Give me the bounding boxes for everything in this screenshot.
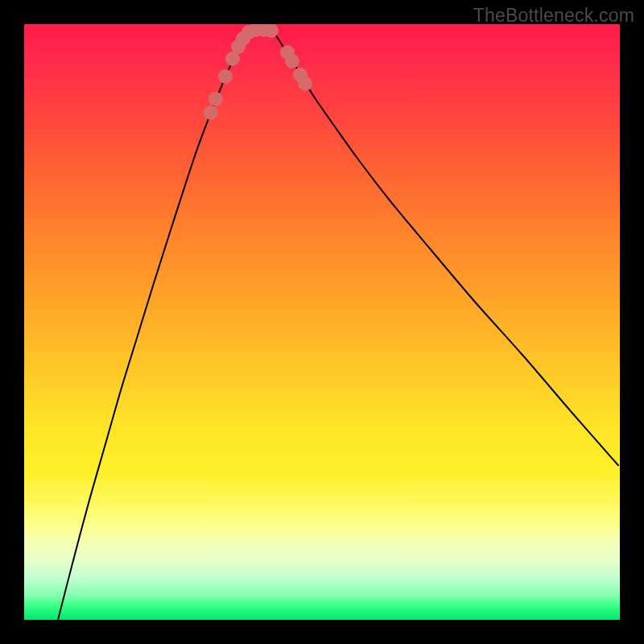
bottleneck-curve (58, 31, 618, 620)
highlight-dot (218, 69, 233, 84)
highlight-dot (208, 92, 223, 106)
chart-frame: TheBottleneck.com (0, 0, 644, 644)
highlight-dot (298, 76, 312, 91)
highlight-dot (204, 105, 218, 120)
watermark-text: TheBottleneck.com (473, 5, 634, 27)
chart-svg (24, 24, 620, 620)
highlight-dot (285, 54, 299, 68)
plot-area (24, 24, 620, 620)
